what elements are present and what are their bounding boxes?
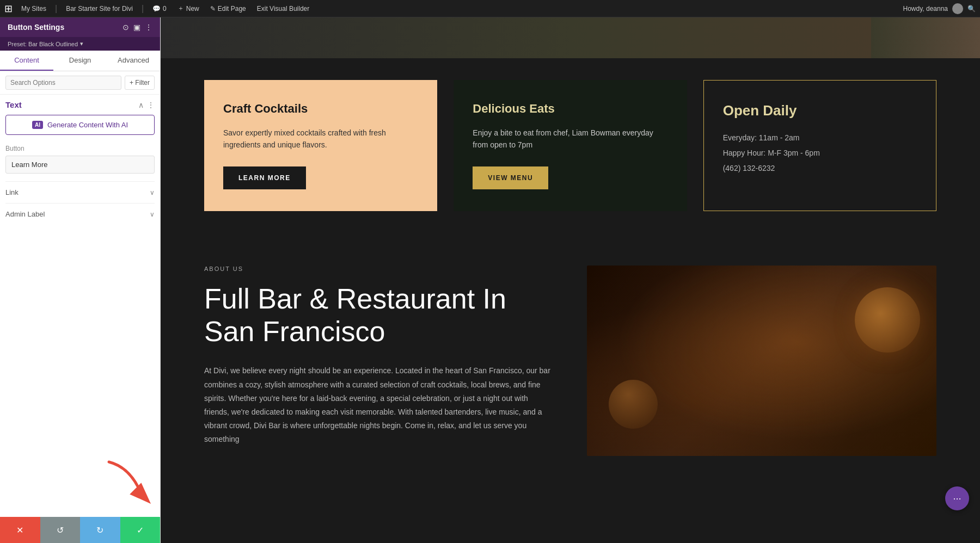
card-open-daily: Open Daily Everyday: 11am - 2am Happy Ho…: [703, 80, 936, 211]
card-cocktails: Craft Cocktails Savor expertly mixed coc…: [204, 80, 437, 211]
site-name-link[interactable]: Bar Starter Site for Divi: [64, 4, 135, 14]
panel-header-icons: ⊙ ▣ ⋮: [122, 23, 152, 32]
admin-label-chevron-icon: ∨: [150, 211, 155, 218]
happy-hour-text: Happy Hour: M-F 3pm - 6pm: [723, 145, 917, 161]
button-text-input[interactable]: [5, 156, 155, 174]
fab-menu-button[interactable]: ···: [945, 486, 969, 510]
arrow-indicator: [98, 456, 163, 513]
sync-icon[interactable]: ⊙: [122, 23, 129, 32]
about-title: Full Bar & Restaurant In San Francisco: [204, 283, 554, 348]
undo-button[interactable]: ↺: [40, 517, 81, 543]
link-label: Link: [5, 188, 19, 196]
redo-button[interactable]: ↻: [80, 517, 120, 543]
main-layout: Button Settings ⊙ ▣ ⋮ Preset: Bar Black …: [0, 17, 980, 543]
layout-icon[interactable]: ▣: [133, 23, 140, 32]
search-options-input[interactable]: [5, 76, 121, 90]
card-eats: Delicious Eats Enjoy a bite to eat from …: [454, 80, 687, 211]
edit-page-link[interactable]: ✎ Edit Page: [208, 4, 248, 14]
preset-label: Preset: Bar Black Outlined: [8, 41, 78, 47]
generate-ai-button[interactable]: AI Generate Content With AI: [5, 115, 155, 135]
eats-title: Delicious Eats: [473, 102, 667, 116]
button-field-label: Button: [5, 145, 155, 152]
admin-label-section: Admin Label ∨: [5, 203, 155, 225]
search-icon-admin[interactable]: 🔍: [967, 5, 976, 13]
link-chevron-icon: ∨: [150, 189, 155, 196]
collapse-icon[interactable]: ∧: [138, 101, 144, 109]
more-icon[interactable]: ⋮: [145, 23, 152, 32]
text-section-header: Text ∧ ⋮: [5, 100, 155, 109]
wordpress-icon[interactable]: ⊞: [4, 3, 13, 15]
howdy-text: Howdy, deanna: [903, 5, 948, 13]
panel-search: + Filter: [0, 71, 160, 95]
admin-bar-right: Howdy, deanna 🔍: [903, 3, 976, 14]
about-label: ABOUT US: [204, 266, 554, 272]
admin-label-header[interactable]: Admin Label ∨: [5, 209, 155, 219]
new-link[interactable]: ＋ New: [175, 3, 201, 14]
view-menu-button[interactable]: VIEW MENU: [473, 166, 548, 189]
my-sites-link[interactable]: My Sites: [19, 4, 48, 14]
user-avatar[interactable]: [952, 3, 963, 14]
ai-badge: AI: [32, 121, 43, 129]
about-image: [587, 266, 937, 456]
glass-decoration-1: [855, 287, 920, 353]
sep1: |: [55, 4, 57, 14]
button-field-section: Button: [5, 145, 155, 174]
link-section: Link ∨: [5, 181, 155, 203]
section-controls: ∧ ⋮: [138, 101, 155, 109]
phone-text: (462) 132-6232: [723, 161, 917, 176]
panel-actions: ✕ ↺ ↻ ✓: [0, 517, 160, 543]
generate-label: Generate Content With AI: [47, 121, 128, 129]
main-content: Craft Cocktails Savor expertly mixed coc…: [161, 17, 980, 543]
panel-header: Button Settings ⊙ ▣ ⋮: [0, 17, 160, 37]
panel-preset[interactable]: Preset: Bar Black Outlined ▾: [0, 37, 160, 51]
cards-section: Craft Cocktails Savor expertly mixed coc…: [161, 58, 980, 233]
learn-more-button[interactable]: LEARN MORE: [223, 166, 306, 189]
panel-title: Button Settings: [8, 23, 64, 32]
sep2: |: [142, 4, 144, 14]
section-more-icon[interactable]: ⋮: [147, 101, 155, 109]
save-button[interactable]: ✓: [120, 517, 161, 543]
hero-image: [161, 17, 980, 58]
text-section-title: Text: [5, 100, 22, 109]
cocktails-desc: Savor expertly mixed cocktails crafted w…: [223, 127, 418, 151]
about-body-text: At Divi, we believe every night should b…: [204, 364, 554, 446]
tab-content[interactable]: Content: [0, 51, 53, 71]
exit-builder-link[interactable]: Exit Visual Builder: [255, 4, 312, 14]
glass-decoration-2: [609, 380, 658, 429]
filter-button[interactable]: + Filter: [125, 76, 155, 90]
admin-label-text: Admin Label: [5, 210, 45, 218]
hours-text: Everyday: 11am - 2am: [723, 130, 917, 145]
about-section: ABOUT US Full Bar & Restaurant In San Fr…: [161, 233, 980, 489]
cancel-button[interactable]: ✕: [0, 517, 40, 543]
open-daily-info: Everyday: 11am - 2am Happy Hour: M-F 3pm…: [723, 130, 917, 176]
left-panel: Button Settings ⊙ ▣ ⋮ Preset: Bar Black …: [0, 17, 161, 543]
eats-desc: Enjoy a bite to eat from chef, Liam Bowm…: [473, 127, 667, 151]
tab-design[interactable]: Design: [53, 51, 107, 71]
about-text-area: ABOUT US Full Bar & Restaurant In San Fr…: [204, 266, 554, 447]
tab-advanced[interactable]: Advanced: [107, 51, 160, 71]
preset-arrow: ▾: [80, 40, 83, 47]
fab-icon: ···: [953, 493, 961, 504]
admin-bar: ⊞ My Sites | Bar Starter Site for Divi |…: [0, 0, 980, 17]
open-daily-title: Open Daily: [723, 102, 917, 119]
panel-tabs: Content Design Advanced: [0, 51, 160, 71]
link-section-header[interactable]: Link ∨: [5, 187, 155, 198]
comments-link[interactable]: 💬 0: [150, 4, 169, 14]
cocktails-title: Craft Cocktails: [223, 102, 418, 116]
